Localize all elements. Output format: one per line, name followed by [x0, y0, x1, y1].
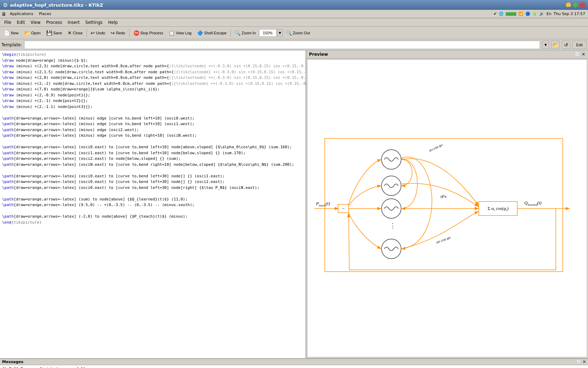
close-doc-button[interactable]: ✕ Close — [65, 28, 85, 38]
svg-text:α₀ cos φ₀: α₀ cos φ₀ — [428, 142, 443, 152]
template-open-btn[interactable]: 📂 — [551, 41, 560, 49]
shellesc-button[interactable]: 🔷 Shell Escape — [195, 28, 229, 38]
zoomout-label: Zoom Out — [293, 31, 310, 35]
desktop-icon: 🖥 — [1, 11, 6, 17]
code-line: \path[draw=orange,arrows=-latex] (minus)… — [2, 133, 303, 139]
close-button[interactable]: ✕ — [580, 2, 585, 8]
redo-label: Redo — [116, 31, 125, 35]
code-line: \draw (minus) +(2,1.5) node[draw,circle,… — [2, 69, 303, 75]
zoom-input[interactable] — [259, 29, 276, 37]
messages-text: Process finished successfully. — [21, 367, 90, 368]
save-button[interactable]: 💾 Save — [44, 28, 64, 38]
code-line: \draw (minus) +(2,3) node[draw,circle,te… — [2, 63, 303, 69]
template-refresh-btn[interactable]: ↺ — [562, 41, 570, 49]
open-button[interactable]: 📂 Open — [22, 28, 43, 38]
svg-text:αN cos φN: αN cos φN — [435, 235, 451, 244]
svg-text:τPN: τPN — [440, 194, 447, 199]
zoomout-button[interactable]: 🔍 Zoom Out — [284, 28, 313, 38]
systray-time: Thu Sep 3 17:57 — [553, 12, 585, 16]
diagram-svg: Pteach(t) − ⋮ — [314, 124, 580, 293]
volume-bar — [506, 12, 516, 16]
messages-expand-icon[interactable]: ⬜ — [576, 360, 581, 364]
svg-text:−: − — [342, 206, 345, 211]
new-button[interactable]: 📄 New — [1, 28, 21, 38]
minimize-button[interactable]: _ — [566, 2, 571, 8]
menu-process[interactable]: Process — [43, 19, 65, 26]
code-line: \path[draw=orange,arrows=-latex] (osci0.… — [2, 173, 303, 179]
network-icon: 🌐 — [499, 12, 504, 16]
menu-view[interactable]: View — [28, 19, 43, 26]
zoomin-button[interactable]: 🔍 Zoom In — [232, 28, 258, 38]
code-line — [2, 191, 303, 197]
bluetooth-icon: 🔵 — [525, 12, 530, 16]
code-line: \path[draw=orange,arrows=-latex] (minus)… — [2, 116, 303, 122]
menu-file[interactable]: File — [1, 19, 14, 26]
applications-menu[interactable]: Applications — [8, 12, 35, 16]
menu-help[interactable]: Help — [105, 19, 120, 26]
editor-pane[interactable]: \begin{tikzpicture} \draw node[draw=oran… — [0, 50, 306, 358]
svg-text:Qlearned(t): Qlearned(t) — [524, 200, 541, 206]
status-icon: ✔ — [493, 12, 497, 16]
menubar: File Edit View Process Insert Settings H… — [0, 18, 588, 27]
menu-insert[interactable]: Insert — [65, 19, 82, 26]
svg-text:⋮: ⋮ — [390, 222, 396, 229]
titlebar-left: ⚙ adaptive_hopf_structure.tikz - KTikZ — [3, 2, 103, 8]
code-line: \path[draw=orange,arrows=-latex] (minus)… — [2, 127, 303, 133]
messages-header: Messages ⬜ ✕ — [0, 359, 588, 365]
code-line: \path[draw=orange,arrows=-latex] (9.5,0)… — [2, 202, 303, 208]
messages-title: Messages — [2, 360, 23, 364]
stop-icon: ⛔ — [133, 30, 139, 36]
toolbar-sep-1 — [86, 29, 87, 37]
battery-icon: 🔋 — [532, 12, 537, 16]
menu-edit[interactable]: Edit — [14, 19, 28, 26]
preview-expand-icon[interactable]: ⬜ — [575, 52, 580, 57]
undo-button[interactable]: ↩ Undo — [88, 28, 107, 38]
lang-indicator: En — [546, 12, 551, 16]
messages-area: Messages ⬜ ✕ [LaTeX] Process finished su… — [0, 358, 588, 368]
redo-button[interactable]: ↪ Redo — [108, 28, 127, 38]
save-icon: 💾 — [46, 30, 52, 36]
toolbar-sep-3 — [230, 29, 231, 37]
new-icon: 📄 — [4, 30, 10, 36]
code-line: \draw (minus) +(2,0) node[draw,circle,te… — [2, 75, 303, 81]
places-menu[interactable]: Places — [37, 12, 53, 16]
code-line: \path[draw=orange,arrows=-latex] (osci1.… — [2, 150, 303, 156]
open-label: Open — [31, 31, 41, 35]
stop-button[interactable]: ⛔ Stop Process — [131, 28, 166, 38]
svg-text:Pteach(t): Pteach(t) — [316, 201, 330, 207]
menu-settings[interactable]: Settings — [83, 19, 105, 26]
viewlog-button[interactable]: 📋 View Log — [166, 28, 194, 38]
zoomout-icon: 🔍 — [286, 30, 292, 36]
code-line — [2, 110, 303, 116]
maximize-button[interactable]: □ — [573, 2, 578, 8]
preview-content: Pteach(t) − ⋮ — [308, 60, 587, 357]
zoom-dropdown[interactable]: ▼ — [277, 29, 283, 37]
code-line: \draw (minus) +(2,-1.1) node{point3}{}; — [2, 104, 303, 110]
preview-pane: Preview ⬜ ✕ Pteach(t) − — [306, 50, 588, 358]
close-doc-icon: ✕ — [68, 30, 72, 36]
template-edit-button[interactable]: Edit — [572, 41, 587, 49]
save-label: Save — [53, 31, 62, 35]
messages-content: [LaTeX] Process finished successfully. — [0, 365, 588, 368]
code-line: \path[draw=orange,arrows=-latex] (osci0.… — [2, 144, 303, 150]
code-line: \draw (minus) +(2,-0.9) node{point}{}; — [2, 93, 303, 98]
viewlog-icon: 📋 — [169, 30, 175, 36]
open-icon: 📂 — [24, 30, 30, 36]
preview-close-icon[interactable]: ✕ — [582, 52, 585, 57]
templatebar: Template: ▼ 📂 ↺ Edit — [0, 39, 588, 50]
code-line: \path[draw=orange,arrows=-latex] (-2,0) … — [2, 214, 303, 220]
stop-label: Stop Process — [140, 31, 163, 35]
code-line: \path[draw=orange,arrows=-latex] (osci0.… — [2, 179, 303, 185]
code-line: \begin{tikzpicture} — [2, 52, 303, 58]
code-line: \path[draw=orange,arrows=-latex] (minus)… — [2, 121, 303, 127]
code-line: \path[draw=orange,arrows=-latex] (osciN.… — [2, 162, 303, 168]
latex-tag: [LaTeX] — [2, 367, 18, 368]
shellesc-icon: 🔷 — [197, 30, 203, 36]
code-line — [2, 139, 303, 145]
code-line: \draw (minus) +(2,-2) node[draw,circle,t… — [2, 81, 303, 87]
zoomin-icon: 🔍 — [234, 30, 240, 36]
template-input[interactable] — [24, 41, 540, 49]
template-dropdown-btn[interactable]: ▼ — [542, 41, 549, 49]
messages-close-icon[interactable]: ✕ — [583, 360, 586, 364]
shellesc-label: Shell Escape — [204, 31, 226, 35]
